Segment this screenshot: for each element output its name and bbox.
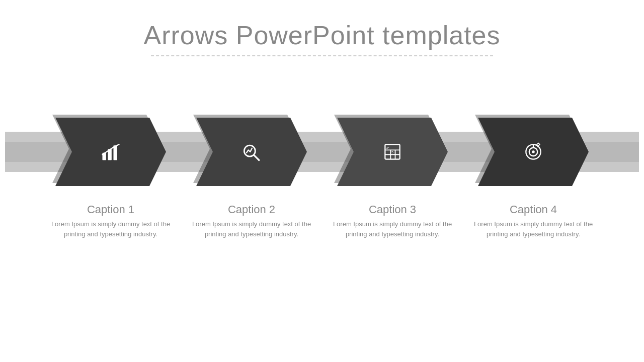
page: Arrows PowerPoint templates [0,0,644,362]
arrows-container: x² 5 [5,109,639,195]
svg-point-14 [532,150,535,153]
target-icon [522,141,544,163]
caption-title-3: Caption 3 [332,203,453,216]
caption-title-1: Caption 1 [50,203,171,216]
chevron-4 [478,109,589,195]
caption-item-4: Caption 4 Lorem Ipsum is simply dummy te… [463,203,604,239]
chevron-body-4 [478,109,589,195]
svg-line-4 [254,155,259,160]
caption-text-1: Lorem Ipsum is simply dummy text of the … [50,219,171,239]
caption-item-2: Caption 2 Lorem Ipsum is simply dummy te… [181,203,322,239]
svg-text:5: 5 [391,150,393,154]
title-divider [151,55,493,56]
title-section: Arrows PowerPoint templates [143,20,500,56]
caption-title-2: Caption 2 [191,203,312,216]
arrow-item-2 [181,109,322,195]
captions-row: Caption 1 Lorem Ipsum is simply dummy te… [5,203,639,239]
chevron-3: x² 5 [337,109,448,195]
svg-rect-2 [114,145,117,160]
arrow-item-1 [40,109,181,195]
arrows-row: x² 5 [5,107,639,197]
chevron-2 [196,109,307,195]
chevron-body-1 [55,109,166,195]
chevron-body-2 [196,109,307,195]
caption-text-3: Lorem Ipsum is simply dummy text of the … [332,219,453,239]
chevron-body-3: x² 5 [337,109,448,195]
chart-icon [100,141,122,163]
arrow-item-4 [463,109,604,195]
svg-text:x²: x² [386,146,389,149]
spreadsheet-icon: x² 5 [381,141,404,163]
caption-text-2: Lorem Ipsum is simply dummy text of the … [191,219,312,239]
page-title: Arrows PowerPoint templates [143,20,500,50]
search-chart-icon [240,141,263,163]
caption-text-4: Lorem Ipsum is simply dummy text of the … [473,219,594,239]
chevron-1 [55,109,166,195]
caption-title-4: Caption 4 [473,203,594,216]
arrow-item-3: x² 5 [322,109,463,195]
caption-item-3: Caption 3 Lorem Ipsum is simply dummy te… [322,203,463,239]
caption-item-1: Caption 1 Lorem Ipsum is simply dummy te… [40,203,181,239]
